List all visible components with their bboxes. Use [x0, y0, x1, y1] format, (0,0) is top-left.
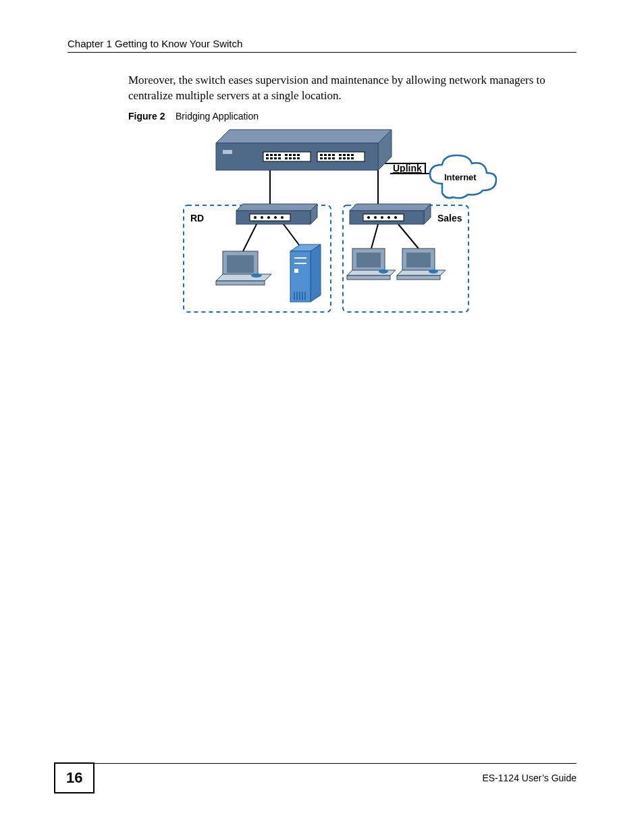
svg-marker-88	[397, 270, 446, 276]
page-number: 16	[54, 762, 95, 793]
svg-rect-87	[406, 253, 431, 267]
svg-marker-42	[236, 204, 317, 211]
internet-cloud-icon: Internet	[430, 155, 496, 198]
svg-point-77	[387, 216, 390, 219]
svg-rect-9	[270, 154, 273, 156]
rd-label: RD	[190, 213, 204, 224]
svg-rect-14	[293, 154, 296, 156]
svg-rect-10	[274, 154, 277, 156]
guide-title: ES-1124 User’s Guide	[482, 773, 576, 783]
svg-rect-29	[343, 154, 346, 156]
svg-rect-31	[351, 154, 354, 156]
svg-rect-6	[263, 152, 311, 161]
svg-rect-21	[289, 157, 292, 159]
chapter-title: Chapter 1 Getting to Know Your Switch	[68, 38, 242, 49]
svg-rect-63	[294, 269, 298, 273]
pc-icon	[397, 249, 446, 280]
svg-line-80	[398, 224, 419, 249]
rd-group: RD	[184, 204, 331, 312]
svg-rect-15	[297, 154, 300, 156]
svg-rect-16	[266, 157, 269, 159]
svg-point-85	[379, 269, 388, 273]
svg-rect-27	[332, 154, 335, 156]
svg-line-79	[371, 224, 378, 249]
page-root: Chapter 1 Getting to Know Your Switch Mo…	[0, 0, 644, 834]
svg-rect-56	[216, 281, 265, 285]
svg-rect-82	[356, 253, 381, 267]
network-diagram: Uplink Internet RD	[176, 123, 500, 319]
svg-rect-40	[223, 150, 232, 154]
svg-rect-32	[320, 157, 323, 159]
svg-rect-26	[328, 154, 331, 156]
svg-rect-22	[293, 157, 296, 159]
main-switch-icon	[216, 130, 392, 170]
svg-rect-18	[274, 157, 277, 159]
sales-label: Sales	[437, 213, 462, 224]
svg-rect-30	[347, 154, 350, 156]
svg-point-57	[251, 273, 262, 278]
sales-group: Sales	[343, 204, 468, 312]
svg-rect-25	[324, 154, 327, 156]
svg-rect-38	[347, 157, 350, 159]
svg-marker-70	[350, 204, 431, 211]
pc-icon	[216, 251, 271, 285]
svg-rect-35	[332, 157, 335, 159]
svg-rect-20	[285, 157, 288, 159]
svg-rect-24	[320, 154, 323, 156]
svg-marker-83	[347, 270, 396, 276]
svg-rect-13	[289, 154, 292, 156]
internet-label: Internet	[444, 172, 477, 182]
svg-rect-60	[290, 251, 311, 302]
pc-icon	[347, 249, 396, 280]
svg-rect-33	[324, 157, 327, 159]
svg-point-78	[394, 216, 397, 219]
svg-rect-36	[339, 157, 342, 159]
running-header: Chapter 1 Getting to Know Your Switch	[68, 38, 576, 53]
svg-point-76	[381, 216, 383, 219]
svg-point-47	[261, 216, 263, 219]
svg-point-46	[254, 216, 257, 219]
server-icon	[290, 244, 321, 302]
svg-marker-3	[216, 130, 392, 143]
svg-point-90	[429, 269, 438, 273]
svg-rect-23	[297, 157, 300, 159]
svg-rect-8	[266, 154, 269, 156]
body-paragraph: Moreover, the switch eases supervision a…	[128, 73, 574, 104]
figure-title: Bridging Application	[176, 111, 259, 122]
uplink-label: Uplink	[393, 163, 422, 174]
paragraph-text: Moreover, the switch eases supervision a…	[128, 74, 545, 102]
svg-rect-84	[347, 276, 390, 280]
footer: 16 ES-1124 User’s Guide	[54, 762, 576, 793]
figure-label: Figure 2	[128, 111, 165, 122]
svg-rect-37	[343, 157, 346, 159]
svg-rect-19	[278, 157, 281, 159]
page-number-text: 16	[66, 769, 82, 786]
svg-rect-11	[278, 154, 281, 156]
svg-rect-17	[270, 157, 273, 159]
figure-caption: Figure 2 Bridging Application	[128, 111, 259, 122]
svg-marker-55	[216, 274, 271, 281]
svg-point-50	[281, 216, 284, 219]
svg-point-49	[274, 216, 277, 219]
svg-rect-12	[285, 154, 288, 156]
svg-rect-34	[328, 157, 331, 159]
svg-rect-39	[351, 157, 354, 159]
svg-line-51	[243, 224, 257, 251]
svg-point-75	[374, 216, 377, 219]
svg-marker-59	[311, 244, 321, 302]
svg-rect-28	[339, 154, 342, 156]
svg-rect-89	[397, 276, 440, 280]
svg-rect-54	[227, 255, 254, 273]
svg-rect-7	[317, 152, 365, 161]
svg-point-74	[367, 216, 370, 219]
svg-point-48	[267, 216, 270, 219]
